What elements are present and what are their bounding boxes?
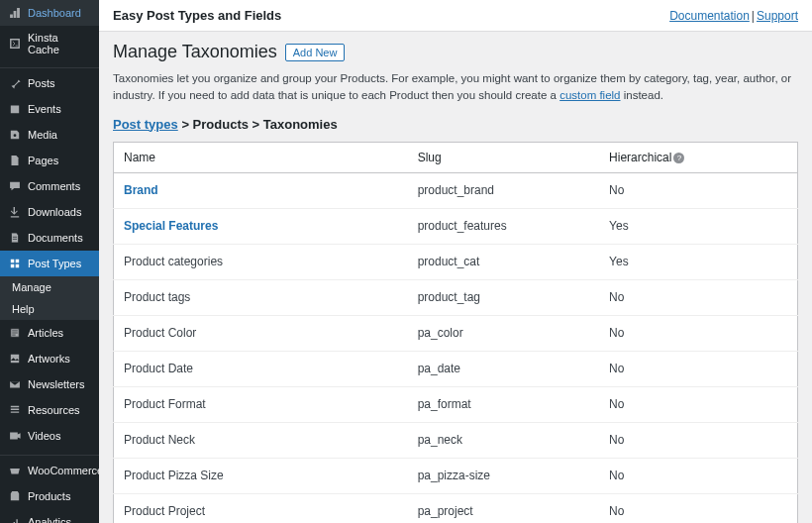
taxonomy-name: Product tags [124,290,190,304]
taxonomy-slug: pa_project [408,493,599,523]
menu-label: Kinsta Cache [28,32,91,55]
col-hier[interactable]: Hierarchical? [599,142,797,172]
taxonomy-name: Product Color [124,326,196,340]
table-row: Product tagsproduct_tagNo [114,279,798,315]
taxonomy-name: Product Date [124,362,193,375]
video-icon [8,429,22,443]
menu-label: Posts [28,77,55,89]
col-slug[interactable]: Slug [408,142,599,172]
menu-label: Events [28,103,61,115]
menu-label: Artworks [28,353,70,365]
menu-comments[interactable]: Comments [0,173,99,199]
analytics-icon [8,515,22,523]
topbar-links: Documentation|Support [669,9,798,23]
doc-icon [8,231,22,245]
artworks-icon [8,352,22,366]
articles-icon [8,326,22,340]
menu-media[interactable]: Media [0,122,99,148]
add-new-button[interactable]: Add New [285,44,346,61]
taxonomy-link[interactable]: Special Features [124,219,218,233]
table-row: Product Colorpa_colorNo [114,315,798,351]
taxonomy-hier: Yes [599,244,797,279]
menu-label: Products [28,490,70,502]
taxonomy-hier: No [599,315,797,351]
custom-field-link[interactable]: custom field [559,89,620,101]
breadcrumb: Post types > Products > Taxonomies [113,117,798,132]
table-row: Brandproduct_brandNo [114,172,798,208]
menu-label: Pages [28,155,58,166]
menu-artworks[interactable]: Artworks [0,346,99,371]
menu-posts[interactable]: Posts [0,70,99,96]
plugin-title: Easy Post Types and Fields [113,8,281,23]
menu-label: Downloads [28,206,81,218]
table-row: Special Featuresproduct_featuresYes [114,208,798,244]
menu-label: Resources [28,404,80,416]
menu-newsletters[interactable]: Newsletters [0,371,99,397]
taxonomy-hier: No [599,386,797,422]
taxonomy-slug: product_tag [408,279,599,315]
calendar-icon [8,102,22,116]
taxonomy-link[interactable]: Brand [124,183,158,197]
menu-videos[interactable]: Videos [0,423,99,449]
main-content: Easy Post Types and Fields Documentation… [99,0,812,523]
menu-events[interactable]: Events [0,96,99,122]
dashboard-icon [8,6,22,20]
menu-label: Newsletters [28,378,84,390]
doc-link[interactable]: Documentation [669,9,750,23]
menu-pages[interactable]: Pages [0,148,99,173]
table-row: Product Datepa_dateNo [114,351,798,386]
intro-text: Taxonomies let you organize and group yo… [113,70,798,105]
menu-label: Articles [28,327,63,339]
menu-kinsta-cache[interactable]: Kinsta Cache [0,26,99,61]
breadcrumb-leaf: Taxonomies [263,117,338,132]
menu-label: Media [28,129,57,141]
woo-icon [8,464,22,477]
taxonomy-hier: No [599,458,797,493]
taxonomy-name: Product Format [124,397,206,411]
menu-label: Dashboard [28,7,81,19]
menu-label: WooCommerce [28,465,99,476]
menu-articles[interactable]: Articles [0,320,99,346]
menu-post-types[interactable]: Post Types [0,251,99,276]
breadcrumb-root[interactable]: Post types [113,117,178,132]
menu-analytics[interactable]: Analytics [0,509,99,523]
resources-icon [8,403,22,417]
menu-resources[interactable]: Resources [0,397,99,423]
download-icon [8,205,22,219]
taxonomy-slug: pa_color [408,315,599,351]
menu-downloads[interactable]: Downloads [0,199,99,225]
admin-sidebar: DashboardKinsta CachePostsEventsMediaPag… [0,0,99,523]
products-icon [8,489,22,503]
taxonomy-hier: No [599,172,797,208]
table-row: Product Pizza Sizepa_pizza-sizeNo [114,458,798,493]
support-link[interactable]: Support [757,9,798,23]
submenu-manage[interactable]: Manage [0,276,99,298]
taxonomy-hier: No [599,493,797,523]
news-icon [8,377,22,391]
taxonomy-slug: pa_pizza-size [408,458,599,493]
menu-products[interactable]: Products [0,483,99,509]
posttypes-icon [8,257,22,270]
menu-label: Documents [28,232,83,244]
menu-documents[interactable]: Documents [0,225,99,251]
taxonomy-slug: product_brand [408,172,599,208]
page-icon [8,154,22,167]
svg-point-0 [14,134,17,137]
menu-woocommerce[interactable]: WooCommerce [0,458,99,483]
col-name[interactable]: Name [114,142,408,172]
taxonomy-hier: No [599,422,797,458]
taxonomy-hier: No [599,351,797,386]
menu-dashboard[interactable]: Dashboard [0,0,99,26]
menu-label: Comments [28,180,80,192]
media-icon [8,128,22,142]
taxonomy-slug: product_features [408,208,599,244]
taxonomy-hier: No [599,279,797,315]
page-heading: Manage Taxonomies [113,42,277,62]
kinsta-icon [8,37,22,51]
comment-icon [8,179,22,193]
submenu-help[interactable]: Help [0,298,99,320]
taxonomy-name: Product Pizza Size [124,469,224,482]
help-icon[interactable]: ? [673,153,684,163]
table-row: Product Formatpa_formatNo [114,386,798,422]
menu-label: Analytics [28,516,71,523]
